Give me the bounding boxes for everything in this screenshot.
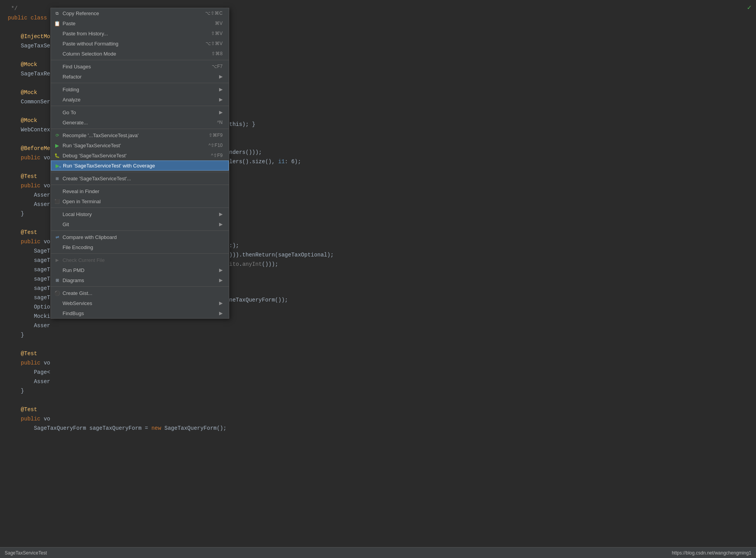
submenu-arrow: ▶	[219, 97, 223, 102]
menu-item-reveal-finder[interactable]: Reveal in Finder	[51, 186, 229, 196]
recompile-icon: ⟳	[54, 132, 60, 138]
no-icon	[54, 310, 60, 316]
menu-shortcut: ⌥⇧⌘C	[205, 10, 223, 16]
menu-label: Debug 'SageTaxServiceTest'	[63, 153, 127, 159]
run-icon: ▶	[54, 142, 60, 148]
run-coverage-icon: ▶✦	[54, 162, 61, 169]
menu-item-diagrams[interactable]: ⊞ Diagrams ▶	[51, 275, 229, 285]
menu-label: FindBugs	[63, 310, 84, 316]
submenu-arrow: ▶	[219, 310, 223, 316]
code-line: Asser	[8, 321, 748, 330]
menu-label: Diagrams	[63, 277, 84, 283]
context-menu: ⧉ Copy Reference ⌥⇧⌘C 📋 Paste ⌘V Paste f…	[51, 8, 229, 319]
no-icon	[54, 63, 60, 70]
menu-label: Run PMD	[63, 267, 84, 273]
menu-item-compare-clipboard[interactable]: ⇌ Compare with Clipboard	[51, 232, 229, 242]
menu-label: Reveal in Finder	[63, 188, 99, 194]
menu-item-git[interactable]: Git ▶	[51, 219, 229, 229]
menu-label: Git	[63, 221, 69, 227]
compare-icon: ⇌	[54, 234, 60, 240]
menu-shortcut: ^⇧F9	[211, 153, 223, 158]
no-icon	[54, 267, 60, 273]
menu-item-column-selection[interactable]: Column Selection Mode ⇧⌘8	[51, 49, 229, 59]
menu-shortcut: ⇧⌘V	[211, 31, 223, 36]
menu-label: Paste from History...	[63, 31, 108, 37]
menu-label: Find Usages	[63, 64, 91, 70]
submenu-arrow: ▶	[219, 211, 223, 217]
code-line: }	[8, 386, 748, 396]
submenu-arrow: ▶	[219, 277, 223, 283]
right-code-3: :); ))).thenReturn(sageTaxOptional); ito…	[229, 241, 334, 269]
code-line: public vo	[8, 414, 748, 424]
create-icon: ⊞	[54, 175, 60, 181]
no-icon	[54, 73, 60, 80]
menu-label: Refactor	[63, 74, 82, 80]
menu-item-run[interactable]: ▶ Run 'SageTaxServiceTest' ^⇧F10	[51, 140, 229, 150]
menu-shortcut: ⌘V	[215, 21, 223, 26]
menu-separator	[51, 208, 229, 208]
menu-item-copy-reference[interactable]: ⧉ Copy Reference ⌥⇧⌘C	[51, 8, 229, 18]
no-icon	[54, 300, 60, 306]
code-line: Asser	[8, 377, 748, 386]
menu-item-generate[interactable]: Generate... ^N	[51, 117, 229, 127]
menu-item-folding[interactable]: Folding ▶	[51, 84, 229, 94]
menu-item-refactor[interactable]: Refactor ▶	[51, 71, 229, 82]
menu-item-paste-history[interactable]: Paste from History... ⇧⌘V	[51, 28, 229, 38]
menu-separator	[51, 253, 229, 254]
menu-item-paste[interactable]: 📋 Paste ⌘V	[51, 18, 229, 28]
menu-item-debug[interactable]: 🐛 Debug 'SageTaxServiceTest' ^⇧F9	[51, 150, 229, 160]
menu-item-paste-no-format[interactable]: Paste without Formatting ⌥⇧⌘V	[51, 38, 229, 49]
menu-item-check-current: ▶ Check Current File	[51, 255, 229, 265]
code-line: SageTaxQueryForm sageTaxQueryForm = new …	[8, 424, 748, 433]
menu-item-go-to[interactable]: Go To ▶	[51, 107, 229, 117]
code-line: }	[8, 330, 748, 340]
menu-item-create[interactable]: ⊞ Create 'SageTaxServiceTest'...	[51, 173, 229, 183]
menu-item-recompile[interactable]: ⟳ Recompile '...TaxServiceTest.java' ⇧⌘F…	[51, 130, 229, 140]
submenu-arrow: ▶	[219, 87, 223, 92]
menu-label: Column Selection Mode	[63, 51, 116, 57]
submenu-arrow: ▶	[219, 110, 223, 115]
menu-item-local-history[interactable]: Local History ▶	[51, 209, 229, 219]
build-status-indicator: ✓	[747, 3, 751, 12]
menu-shortcut: ⇧⌘8	[211, 51, 223, 56]
no-icon	[54, 211, 60, 217]
terminal-icon: ⬛	[54, 198, 60, 204]
menu-item-findbugs[interactable]: FindBugs ▶	[51, 308, 229, 318]
diagrams-icon: ⊞	[54, 277, 60, 283]
menu-separator	[51, 129, 229, 129]
menu-label: Open in Terminal	[63, 199, 101, 204]
menu-label: WebServices	[63, 300, 92, 306]
menu-shortcut: ⌥F7	[212, 64, 223, 69]
menu-item-find-usages[interactable]: Find Usages ⌥F7	[51, 61, 229, 71]
menu-item-run-coverage[interactable]: ▶✦ Run 'SageTaxServiceTest' with Coverag…	[51, 160, 229, 171]
menu-item-run-pmd[interactable]: Run PMD ▶	[51, 265, 229, 275]
right-code: this); }	[229, 120, 255, 129]
right-code-4: neTaxQueryForm());	[229, 295, 288, 305]
menu-separator	[51, 230, 229, 231]
menu-item-create-gist[interactable]: ⚫ Create Gist...	[51, 288, 229, 298]
submenu-arrow: ▶	[219, 74, 223, 79]
submenu-arrow: ▶	[219, 300, 223, 306]
menu-separator	[51, 60, 229, 60]
no-icon	[54, 30, 60, 37]
menu-label: Recompile '...TaxServiceTest.java'	[63, 133, 139, 138]
menu-label: Compare with Clipboard	[63, 234, 117, 240]
code-line	[8, 396, 748, 405]
menu-item-analyze[interactable]: Analyze ▶	[51, 94, 229, 105]
code-line: @Test	[8, 405, 748, 414]
no-icon	[54, 221, 60, 227]
no-icon	[54, 86, 60, 92]
menu-shortcut: ^⇧F10	[209, 143, 223, 148]
no-icon	[54, 51, 60, 57]
menu-item-file-encoding[interactable]: File Encoding	[51, 242, 229, 252]
no-icon	[54, 96, 60, 103]
menu-label: Paste	[63, 21, 75, 26]
menu-item-webservices[interactable]: WebServices ▶	[51, 298, 229, 308]
menu-item-terminal[interactable]: ⬛ Open in Terminal	[51, 196, 229, 206]
menu-label: Local History	[63, 211, 92, 217]
gist-icon: ⚫	[54, 290, 60, 296]
menu-label: Generate...	[63, 120, 88, 126]
status-right: https://blog.csdn.net/wangchengming1	[672, 550, 751, 556]
menu-separator	[51, 106, 229, 106]
no-icon	[54, 244, 60, 250]
